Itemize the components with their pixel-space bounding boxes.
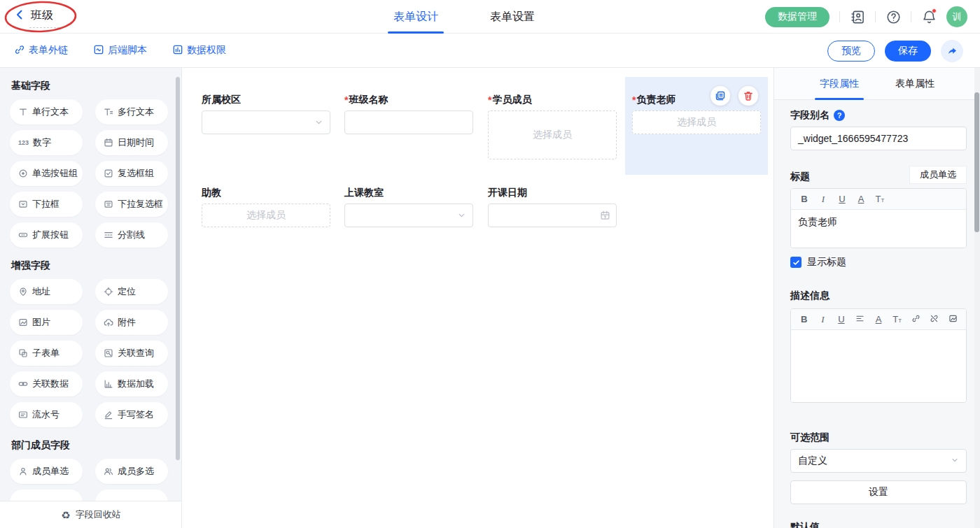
contacts-icon[interactable] <box>850 9 865 24</box>
italic-button[interactable]: I <box>818 315 828 324</box>
settings-button[interactable]: 设置 <box>790 480 967 504</box>
field-control-date[interactable] <box>488 204 617 227</box>
form-external-link[interactable]: 表单外链 <box>14 44 68 57</box>
sidebar-item-serial-number[interactable]: 流水号 <box>10 402 83 427</box>
sidebar-item-number[interactable]: 123数字 <box>10 130 83 155</box>
data-manage-button[interactable]: 数据管理 <box>765 7 830 27</box>
sidebar-item-image[interactable]: 图片 <box>10 310 83 335</box>
title-label: 标题 <box>790 171 810 183</box>
share-button[interactable] <box>941 40 963 62</box>
description-editor: BIUATT <box>790 308 967 403</box>
sidebar-item-signature[interactable]: 手写签名 <box>95 402 168 427</box>
save-button[interactable]: 保存 <box>885 41 931 62</box>
bold-button[interactable]: B <box>799 194 809 204</box>
sidebar-item-linked-data[interactable]: 关联数据 <box>10 371 83 397</box>
form-field-class-name[interactable]: *班级名称 <box>344 93 473 134</box>
tab-form-properties[interactable]: 表单属性 <box>895 78 934 90</box>
selectable-range-select[interactable]: 自定义 <box>790 449 967 473</box>
backend-script-link[interactable]: 后端脚本 <box>93 44 147 57</box>
sidebar-item-select[interactable]: 下拉框 <box>10 192 83 217</box>
script-icon <box>93 44 104 57</box>
description-editor-content[interactable] <box>791 330 966 402</box>
external-link-icon <box>14 44 25 57</box>
field-label: *班级名称 <box>344 93 473 107</box>
field-control-member-picker[interactable]: 选择成员 <box>488 110 617 159</box>
form-field-assistant[interactable]: 助教选择成员 <box>202 186 330 227</box>
sidebar-item-label: 地址 <box>32 285 50 298</box>
help-icon[interactable] <box>886 9 901 24</box>
form-field-start-date[interactable]: 开课日期 <box>488 186 617 227</box>
radio-icon <box>18 169 28 178</box>
sidebar-item-member-single[interactable]: 成员单选 <box>10 459 83 484</box>
field-alias-input[interactable]: _widget_1666595477723 <box>790 127 967 150</box>
field-control-select[interactable] <box>344 204 473 227</box>
form-field-classroom[interactable]: 上课教室 <box>344 186 473 227</box>
sidebar-item-label: 数据加载 <box>118 378 154 390</box>
separator <box>875 11 876 22</box>
bold-button[interactable]: B <box>799 315 809 324</box>
form-field-students[interactable]: *学员成员选择成员 <box>488 93 617 159</box>
field-label: 开课日期 <box>488 186 617 200</box>
toolbar-links: 表单外链 后端脚本 数据权限 <box>14 34 226 67</box>
font-size-button[interactable]: TT <box>875 194 885 204</box>
sidebar-item-data-load[interactable]: 数据加载 <box>95 371 168 397</box>
avatar[interactable]: 训 <box>946 6 967 27</box>
align-button[interactable] <box>855 314 865 324</box>
form-field-campus[interactable]: 所属校区 <box>202 93 330 134</box>
remove-link-button[interactable] <box>930 314 939 324</box>
sidebar-item-attachment[interactable]: 附件 <box>95 310 168 335</box>
title-editor-content[interactable]: 负责老师 <box>791 210 966 248</box>
subform-icon <box>18 348 28 358</box>
sidebar-item-datetime[interactable]: 日期时间 <box>95 130 168 155</box>
data-permission-icon <box>172 44 183 57</box>
sidebar-item-label: 手写签名 <box>118 408 154 421</box>
properties-panel: 字段属性 表单属性 字段别名 ? _widget_1666595477723 标… <box>774 68 980 528</box>
form-canvas[interactable]: 所属校区*班级名称*学员成员选择成员*负责老师选择成员助教选择成员上课教室开课日… <box>182 68 774 528</box>
font-size-button[interactable]: TT <box>892 315 902 324</box>
tab-form-settings[interactable]: 表单设置 <box>489 10 536 24</box>
form-field-teacher[interactable]: *负责老师选择成员 <box>632 93 761 134</box>
sidebar-item-linked-query[interactable]: 关联查询 <box>95 341 168 366</box>
sidebar-item-location[interactable]: 定位 <box>95 279 168 304</box>
sidebar-item-divider[interactable]: 分割线 <box>95 222 168 248</box>
sidebar-item-member-multi[interactable]: 成员多选 <box>95 459 168 484</box>
field-control-member-picker[interactable]: 选择成员 <box>632 110 761 134</box>
sidebar-item-radio-group[interactable]: 单选按钮组 <box>10 161 83 186</box>
title-edit-underline <box>29 27 63 28</box>
font-color-button[interactable]: A <box>856 194 866 204</box>
font-color-button[interactable]: A <box>874 315 883 324</box>
sidebar-item-single-text[interactable]: 单行文本 <box>10 99 83 124</box>
field-recycle-bin[interactable]: ♻ 字段回收站 <box>0 501 182 528</box>
tab-form-design[interactable]: 表单设计 <box>392 10 440 24</box>
sidebar-scrollbar[interactable] <box>176 77 180 460</box>
chevron-down-icon <box>951 455 959 466</box>
field-control-member-picker[interactable]: 选择成员 <box>202 204 330 227</box>
underline-button[interactable]: U <box>837 194 847 204</box>
field-alias-label: 字段别名 ? <box>790 109 845 122</box>
field-label: *学员成员 <box>488 93 617 107</box>
alias-help-icon[interactable]: ? <box>834 110 845 121</box>
attachment-icon <box>104 317 113 327</box>
back-button[interactable]: 班级 <box>14 8 53 23</box>
show-title-checkbox[interactable]: 显示标题 <box>790 256 846 269</box>
divider-icon <box>104 230 113 240</box>
sidebar-item-multi-text[interactable]: 多行文本 <box>95 99 168 124</box>
selected-field-card-teacher[interactable]: *负责老师选择成员 <box>625 77 768 175</box>
insert-link-button[interactable] <box>911 314 920 324</box>
preview-button[interactable]: 预览 <box>827 41 875 62</box>
sidebar-item-extend-button[interactable]: 扩展按钮 <box>10 222 83 248</box>
sidebar-item-address[interactable]: 地址 <box>10 279 83 304</box>
italic-button[interactable]: I <box>818 194 828 204</box>
sidebar-item-subform[interactable]: 子表单 <box>10 341 83 366</box>
page-scrollbar-thumb[interactable] <box>974 92 979 232</box>
underline-button[interactable]: U <box>836 315 846 324</box>
field-control-input[interactable] <box>344 110 473 134</box>
notification-bell-icon[interactable] <box>921 9 937 24</box>
sidebar-item-multi-select[interactable]: 下拉复选框 <box>95 192 168 217</box>
data-permission-link[interactable]: 数据权限 <box>172 44 226 57</box>
sidebar-item-label: 附件 <box>118 316 136 329</box>
sidebar-item-checkbox-group[interactable]: 复选框组 <box>95 161 168 186</box>
insert-image-button[interactable] <box>948 314 958 324</box>
tab-field-properties[interactable]: 字段属性 <box>820 78 859 90</box>
field-control-select[interactable] <box>202 110 330 134</box>
